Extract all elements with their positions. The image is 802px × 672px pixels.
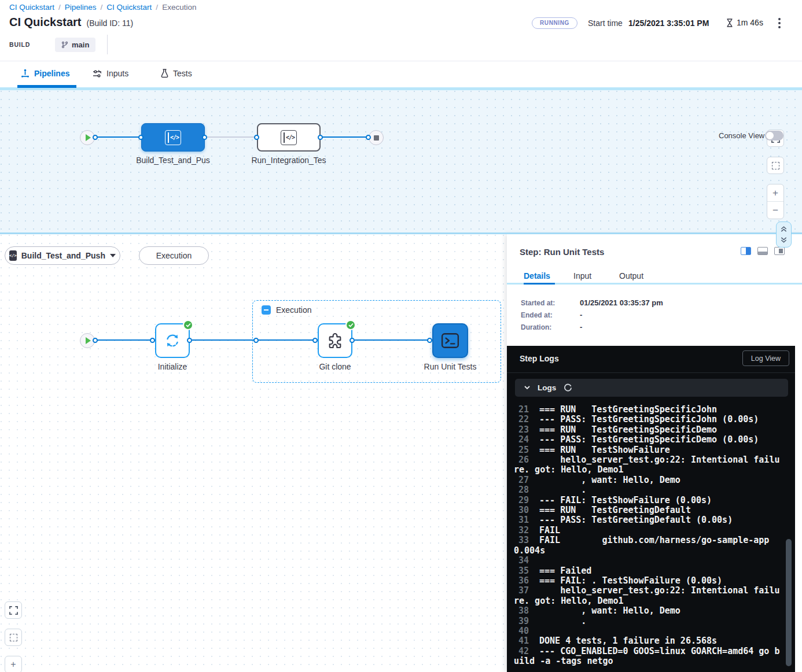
breadcrumb-link[interactable]: CI Quickstart (9, 3, 54, 12)
step-logs-title: Step Logs (520, 354, 559, 363)
pipeline-canvas[interactable]: </> Build_Test_and_Pus </> Run_Integrati… (0, 90, 802, 232)
sync-icon (163, 331, 182, 350)
start-time-label: Start time (588, 19, 623, 28)
field-value: - (580, 323, 582, 331)
branch-chip[interactable]: main (55, 38, 95, 52)
tab-input[interactable]: Input (573, 271, 591, 280)
step-node-label: Run Unit Tests (404, 362, 496, 371)
tab-pipelines-label: Pipelines (34, 69, 69, 78)
active-tab-underline (17, 85, 76, 88)
field-label: Duration: (521, 323, 551, 331)
step-node-run-unit-tests[interactable] (432, 323, 468, 358)
connector-dot (93, 338, 98, 343)
layout-bottom-panel-icon[interactable] (757, 247, 768, 255)
fit-to-screen-button[interactable] (5, 601, 22, 619)
log-header-divider (507, 372, 795, 373)
connector-dot (253, 338, 259, 343)
connector-dot (254, 135, 259, 140)
console-view-label: Console View (719, 131, 764, 140)
play-icon (86, 134, 91, 141)
marquee-icon (772, 162, 779, 169)
execution-group-header: Execution (262, 305, 311, 315)
tab-pipelines[interactable]: Pipelines (21, 69, 69, 78)
execution-tabbar: Pipelines Inputs Tests Console View (0, 61, 802, 87)
log-view-button[interactable]: Log View (742, 350, 789, 366)
zoom-in-button[interactable]: + (767, 184, 783, 202)
spinner-icon (564, 383, 572, 392)
logs-section-toggle[interactable]: Logs (515, 379, 788, 397)
log-line: 35 === Failed (514, 566, 781, 576)
terminal-icon (441, 333, 459, 349)
stage-node-label: Build_Test_and_Pus (127, 156, 219, 165)
field-value: - (580, 311, 582, 319)
chevrons-down-icon (780, 237, 788, 243)
stage-node-run-integration-tests[interactable]: </> (257, 123, 321, 152)
layout-full-panel-icon[interactable] (774, 247, 785, 255)
connector-dot (318, 135, 323, 140)
console-view-toggle[interactable] (765, 131, 783, 141)
breadcrumb-link[interactable]: CI Quickstart (106, 3, 152, 12)
tab-details[interactable]: Details (524, 271, 550, 280)
panel-active-tab-underline (524, 283, 555, 285)
field-value: 01/25/2021 03:35:37 pm (580, 298, 663, 307)
build-label: BUILD (9, 41, 30, 48)
inputs-icon (93, 69, 102, 78)
branch-name: main (72, 40, 89, 49)
section-divider (0, 232, 802, 234)
step-logs-panel: Step Logs Log View Logs 21 === RUN TestG… (507, 346, 795, 672)
stop-icon (374, 135, 379, 141)
layout-right-panel-icon[interactable] (741, 247, 751, 255)
zoom-out-button[interactable]: − (767, 202, 783, 219)
step-node-initialize[interactable] (155, 323, 190, 358)
log-line: 40 (514, 626, 781, 636)
connector-dot (312, 338, 318, 343)
stage-selector-dropdown[interactable]: </> Build_Test_and_Push (5, 246, 120, 265)
log-line: 21 === RUN TestGreetingSpecificJohn (514, 405, 781, 415)
breadcrumb-separator: / (54, 3, 65, 12)
connector-dot (202, 135, 207, 140)
success-check-badge (345, 320, 356, 330)
log-line: 38 , want: Hello, Demo (514, 606, 781, 616)
log-line: 28 . (514, 485, 781, 495)
log-line: 24 --- PASS: TestGreetingSpecificDemo (0… (514, 435, 781, 445)
log-line: 41 DONE 4 tests, 1 failure in 26.568s (514, 636, 781, 646)
stage-selector-label: Build_Test_and_Push (21, 251, 105, 260)
execution-view-button[interactable]: Execution (139, 246, 209, 265)
zoom-in-button[interactable]: + (5, 656, 22, 672)
check-icon (186, 323, 191, 327)
tab-tests[interactable]: Tests (161, 69, 192, 78)
connector-dot (138, 135, 144, 140)
breadcrumb-separator: / (97, 3, 107, 12)
collapse-group-icon[interactable] (262, 305, 271, 315)
panel-resize-control[interactable] (776, 221, 792, 248)
hourglass-icon (726, 19, 733, 27)
field-label: Ended at: (521, 311, 553, 319)
log-lines[interactable]: 21 === RUN TestGreetingSpecificJohn22 --… (507, 403, 781, 672)
tab-tests-label: Tests (173, 69, 192, 78)
breadcrumb-link[interactable]: Pipelines (65, 3, 97, 12)
kebab-menu-icon[interactable] (778, 18, 781, 20)
tabbar-bottom-strip (0, 87, 802, 90)
tab-output[interactable]: Output (619, 271, 643, 280)
tab-inputs-label: Inputs (106, 69, 128, 78)
breadcrumb: CI Quickstart/Pipelines/CI Quickstart/Ex… (9, 3, 196, 12)
stage-node-build-test-and-push[interactable]: </> (141, 123, 205, 152)
step-node-label: Git clone (289, 362, 381, 371)
log-line: 30 === RUN TestGreetingDefault (514, 505, 781, 515)
log-line: 22 --- PASS: TestGreetingSpecificJohn (0… (514, 415, 781, 424)
log-scrollbar-thumb[interactable] (786, 539, 792, 666)
tab-inputs[interactable]: Inputs (93, 69, 128, 78)
chevrons-up-icon (780, 226, 788, 232)
chevron-down-icon (524, 386, 530, 390)
marquee-select-button[interactable] (767, 157, 784, 174)
ci-stage-icon: </> (165, 130, 181, 145)
step-node-label: Initialize (126, 362, 219, 371)
pipelines-icon (21, 69, 30, 78)
log-line: 31 --- PASS: TestGreetingDefault (0.00s) (514, 515, 781, 525)
status-badge: RUNNING (532, 17, 577, 29)
marquee-select-button[interactable] (5, 629, 22, 646)
step-node-git-clone[interactable] (318, 323, 352, 358)
panel-layout-switcher (741, 247, 785, 255)
log-line: 33 FAIL github.com/harness/go-sample-app… (514, 536, 781, 556)
log-line: 39 . (514, 616, 781, 626)
